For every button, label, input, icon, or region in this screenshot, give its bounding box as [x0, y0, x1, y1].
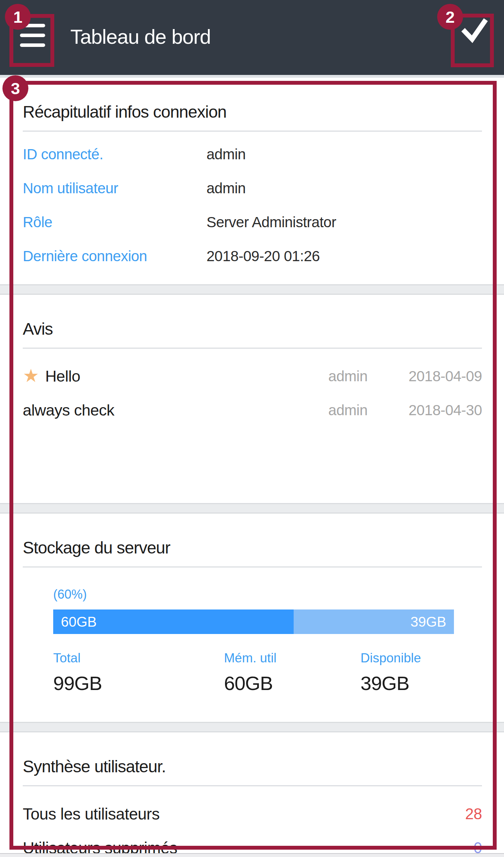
notice-author: admin [315, 402, 368, 419]
list-item[interactable]: ★ Hello admin 2018-04-09 [23, 359, 482, 393]
row-value: admin [206, 180, 246, 197]
section-title-divider [23, 131, 482, 132]
section-title: Synthèse utilisateur. [23, 732, 482, 776]
row-label: Nom utilisateur [23, 180, 206, 197]
storage-widget: (60%) 60GB 39GB Total 99GB Mém. util 60G… [53, 587, 454, 695]
notice-date: 2018-04-30 [394, 402, 482, 419]
user-summary-rows: Tous les utilisateurs 28 Utilisateurs su… [23, 797, 482, 853]
table-row[interactable]: Tous les utilisateurs 28 [23, 797, 482, 831]
row-value: Server Administrator [206, 214, 336, 231]
dashboard-page: Tableau de bord Récapitulatif infos conn… [0, 0, 504, 857]
stat-available: Disponible 39GB [360, 651, 454, 695]
star-icon: ★ [23, 367, 39, 385]
row-label: Rôle [23, 214, 206, 231]
section-separator [0, 503, 504, 514]
storage-usage-bar: 60GB 39GB [53, 609, 454, 634]
table-row: ID connecté. admin [23, 137, 482, 171]
stat-value: 60GB [224, 672, 360, 695]
storage-percent-label: (60%) [53, 587, 454, 602]
checkmark-icon [461, 17, 489, 48]
storage-used-segment: 60GB [53, 609, 294, 634]
confirm-button[interactable] [461, 17, 489, 48]
row-label: ID connecté. [23, 146, 206, 163]
section-separator [0, 722, 504, 732]
notice-list: ★ Hello admin 2018-04-09 ★ always check … [23, 359, 482, 427]
table-row: Dernière connexion 2018-09-20 01:26 [23, 239, 482, 273]
page-bottom-strip [0, 853, 504, 857]
row-label: Tous les utilisateurs [23, 804, 160, 823]
stat-value: 39GB [360, 672, 454, 695]
section-title-divider [23, 785, 482, 786]
app-header: Tableau de bord [0, 0, 504, 75]
stat-used: Mém. util 60GB [224, 651, 360, 695]
hamburger-icon [20, 34, 45, 37]
stat-label: Total [53, 651, 224, 666]
row-value: admin [206, 146, 246, 163]
storage-stats: Total 99GB Mém. util 60GB Disponible 39G… [53, 651, 454, 695]
section-title-divider [23, 566, 482, 567]
stat-total: Total 99GB [53, 651, 224, 695]
notice-title-text: always check [23, 401, 114, 419]
list-item[interactable]: ★ always check admin 2018-04-30 [23, 393, 482, 427]
row-value: 2018-09-20 01:26 [206, 248, 320, 265]
hamburger-menu-button[interactable] [20, 24, 47, 47]
table-row[interactable]: Utilisateurs supprimés 0 [23, 831, 482, 853]
table-row: Rôle Server Administrator [23, 205, 482, 239]
section-notices: Avis ★ Hello admin 2018-04-09 ★ always c… [0, 295, 504, 503]
section-title: Récapitulatif infos connexion [23, 78, 482, 122]
row-count: 28 [465, 805, 482, 823]
section-title: Stockage du serveur [23, 514, 482, 558]
page-title: Tableau de bord [70, 25, 211, 48]
row-count: 0 [474, 839, 482, 853]
stat-label: Disponible [360, 651, 454, 666]
notice-title: ★ Hello [23, 367, 315, 385]
row-label: Utilisateurs supprimés [23, 838, 177, 853]
header-divider-strip [0, 75, 504, 78]
section-separator [0, 284, 504, 295]
section-user-summary: Synthèse utilisateur. Tous les utilisate… [0, 732, 504, 853]
notice-date: 2018-04-09 [394, 368, 482, 385]
section-title: Avis [23, 295, 482, 339]
stat-label: Mém. util [224, 651, 360, 666]
notice-title-text: Hello [45, 367, 80, 385]
row-label: Dernière connexion [23, 248, 206, 265]
notice-author: admin [315, 368, 368, 385]
login-summary-rows: ID connecté. admin Nom utilisateur admin… [23, 137, 482, 273]
section-server-storage: Stockage du serveur (60%) 60GB 39GB Tota… [0, 514, 504, 722]
hamburger-icon [20, 24, 45, 27]
section-title-divider [23, 348, 482, 349]
table-row: Nom utilisateur admin [23, 171, 482, 205]
storage-free-segment: 39GB [294, 609, 454, 634]
section-login-summary: Récapitulatif infos connexion ID connect… [0, 78, 504, 284]
hamburger-icon [20, 43, 45, 47]
notice-title: ★ always check [23, 401, 315, 419]
stat-value: 99GB [53, 672, 224, 695]
